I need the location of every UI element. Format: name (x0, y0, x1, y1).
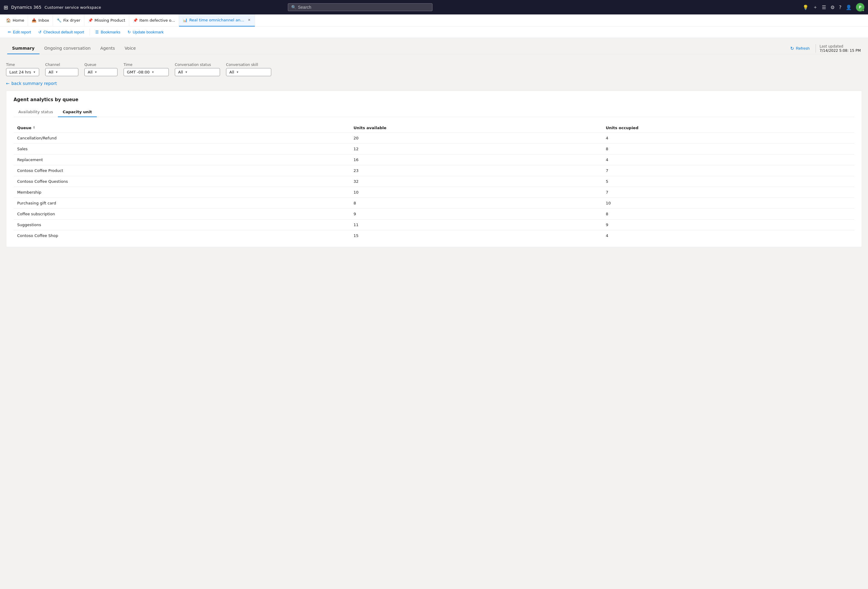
filter-queue-select[interactable]: All ▾ (84, 68, 118, 76)
filters-row: Time Last 24 hrs ▾ Channel All ▾ Queue A… (6, 59, 862, 81)
bulb-icon[interactable]: 💡 (803, 4, 809, 10)
tab-home-label: Home (13, 18, 24, 23)
th-units-available-label: Units available (354, 125, 387, 130)
chevron-down-icon-5: ▾ (185, 70, 187, 74)
refresh-button[interactable]: ↻ Refresh (788, 44, 812, 52)
topbar: ⊞ Dynamics 365 Customer service workspac… (0, 0, 868, 15)
table-row: Cancellation/Refund 20 4 (13, 133, 855, 144)
grid-icon[interactable]: ⊞ (4, 4, 8, 10)
cell-units-occupied: 8 (602, 144, 855, 155)
cell-queue: Sales (13, 144, 350, 155)
bookmarks-label: Bookmarks (101, 30, 120, 34)
bookmarks-button[interactable]: ☰ Bookmarks (92, 28, 123, 36)
tabs-bar: 🏠 Home 📥 Inbox 🔧 Fix dryer 📌 Missing Pro… (0, 15, 868, 27)
cell-units-occupied: 4 (602, 133, 855, 144)
filter-time2-label: Time (124, 63, 169, 67)
filter-queue-value: All (88, 70, 93, 74)
filter-time1-select[interactable]: Last 24 hrs ▾ (6, 68, 39, 76)
filter-conv-status-value: All (178, 70, 183, 74)
table-row: Membership 10 7 (13, 187, 855, 198)
edit-icon: ✏ (8, 30, 11, 34)
cell-units-available: 16 (350, 155, 602, 165)
cell-queue: Contoso Coffee Shop (13, 230, 350, 241)
table-row: Replacement 16 4 (13, 155, 855, 165)
tab-inbox[interactable]: 📥 Inbox (28, 15, 53, 27)
checkout-default-button[interactable]: ↺ Checkout default report (35, 28, 87, 36)
tab-real-time-label: Real time omnichannel an... (189, 18, 244, 22)
cell-units-available: 9 (350, 209, 602, 219)
cell-queue: Replacement (13, 155, 350, 165)
cell-queue: Coffee subscription (13, 209, 350, 219)
chevron-down-icon-2: ▾ (56, 70, 58, 74)
tab-real-time[interactable]: 📊 Real time omnichannel an... ✕ (179, 15, 255, 27)
help-icon[interactable]: ? (839, 4, 842, 10)
th-queue[interactable]: Queue ↑ (13, 123, 350, 133)
tab-agents[interactable]: Agents (96, 43, 120, 54)
tab-inbox-label: Inbox (38, 18, 49, 23)
table-row: Contoso Coffee Shop 15 4 (13, 230, 855, 241)
inner-tab-availability[interactable]: Availability status (13, 107, 58, 117)
filter-time2-select[interactable]: GMT -08:00 ▾ (124, 68, 169, 76)
tab-summary-label: Summary (12, 46, 35, 51)
add-icon[interactable]: ＋ (813, 4, 818, 10)
filter-queue-label: Queue (84, 63, 118, 67)
update-bookmark-label: Update bookmark (133, 30, 164, 34)
inbox-icon: 📥 (32, 18, 37, 23)
filter-conv-status-select[interactable]: All ▾ (175, 68, 220, 76)
tab-home[interactable]: 🏠 Home (2, 15, 28, 27)
th-units-available: Units available (350, 123, 602, 133)
inner-tab-capacity[interactable]: Capacity unit (58, 107, 97, 117)
checkout-icon: ↺ (38, 30, 41, 34)
avatar[interactable]: P (856, 3, 864, 12)
person-icon[interactable]: 👤 (846, 4, 852, 10)
inner-tabs: Availability status Capacity unit (13, 107, 855, 117)
tab-real-time-close[interactable]: ✕ (247, 18, 251, 23)
menu-icon[interactable]: ☰ (822, 4, 826, 10)
th-units-occupied: Units occupied (602, 123, 855, 133)
back-link[interactable]: ← back summary report (6, 81, 862, 86)
filter-time2: Time GMT -08:00 ▾ (124, 63, 169, 76)
table-row: Contoso Coffee Product 23 7 (13, 165, 855, 176)
table-header-row: Queue ↑ Units available Units occupied (13, 123, 855, 133)
cell-units-occupied: 5 (602, 176, 855, 187)
filter-channel-select[interactable]: All ▾ (45, 68, 78, 76)
tab-missing-product-label: Missing Product (94, 18, 125, 23)
update-bookmark-icon: ↻ (127, 30, 131, 34)
edit-report-button[interactable]: ✏ Edit report (5, 28, 34, 36)
tab-fix-dryer[interactable]: 🔧 Fix dryer (53, 15, 84, 27)
filter-conv-status: Conversation status All ▾ (175, 63, 220, 76)
edit-report-label: Edit report (13, 30, 31, 34)
cell-units-occupied: 4 (602, 230, 855, 241)
pin-icon-1: 📌 (88, 18, 93, 23)
filter-conv-skill: Conversation skill All ▾ (226, 63, 271, 76)
search-bar[interactable]: 🔍 (288, 3, 433, 11)
tab-summary[interactable]: Summary (7, 43, 40, 54)
inner-tab-availability-label: Availability status (18, 110, 53, 114)
table-row: Purchasing gift card 8 10 (13, 198, 855, 209)
filter-channel: Channel All ▾ (45, 63, 78, 76)
tab-voice[interactable]: Voice (120, 43, 140, 54)
tab-item-defective[interactable]: 📌 Item defective o... (129, 15, 179, 27)
cell-queue: Purchasing gift card (13, 198, 350, 209)
update-bookmark-button[interactable]: ↻ Update bookmark (124, 28, 167, 36)
report-tabs-bar: Summary Ongoing conversation Agents Voic… (6, 43, 862, 54)
main-content: Summary Ongoing conversation Agents Voic… (0, 38, 868, 588)
tab-item-defective-label: Item defective o... (140, 18, 175, 23)
cell-units-occupied: 10 (602, 198, 855, 209)
filter-conv-skill-select[interactable]: All ▾ (226, 68, 271, 76)
filter-conv-skill-value: All (229, 70, 234, 74)
cell-units-available: 12 (350, 144, 602, 155)
cell-units-available: 8 (350, 198, 602, 209)
tab-missing-product[interactable]: 📌 Missing Product (84, 15, 129, 27)
tab-voice-label: Voice (124, 46, 136, 51)
last-updated: Last updated 7/14/2022 5:08: 15 PM (816, 44, 861, 53)
cell-queue: Membership (13, 187, 350, 198)
settings-icon[interactable]: ⚙ (830, 4, 834, 10)
cell-queue: Contoso Coffee Product (13, 165, 350, 176)
filter-time1-value: Last 24 hrs (9, 70, 31, 74)
tab-ongoing-conversation[interactable]: Ongoing conversation (40, 43, 96, 54)
back-link-label: back summary report (12, 81, 57, 86)
table-row: Suggestions 11 9 (13, 219, 855, 230)
cell-units-occupied: 9 (602, 219, 855, 230)
search-input[interactable] (298, 5, 429, 10)
